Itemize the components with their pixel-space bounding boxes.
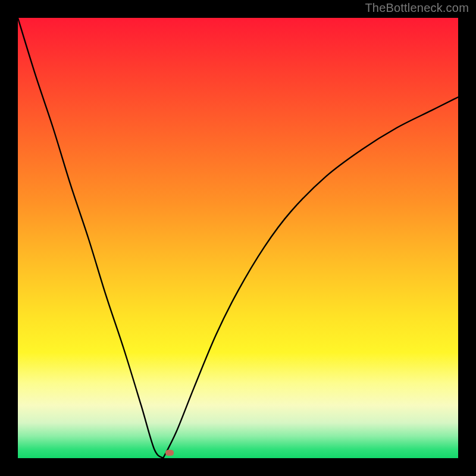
curve-left-branch (18, 18, 163, 458)
minimum-marker (165, 450, 174, 456)
chart-frame: TheBottleneck.com (0, 0, 476, 476)
curve-layer (18, 18, 458, 458)
curve-right-branch (163, 97, 458, 458)
watermark-text: TheBottleneck.com (365, 1, 469, 15)
plot-area (18, 18, 458, 458)
